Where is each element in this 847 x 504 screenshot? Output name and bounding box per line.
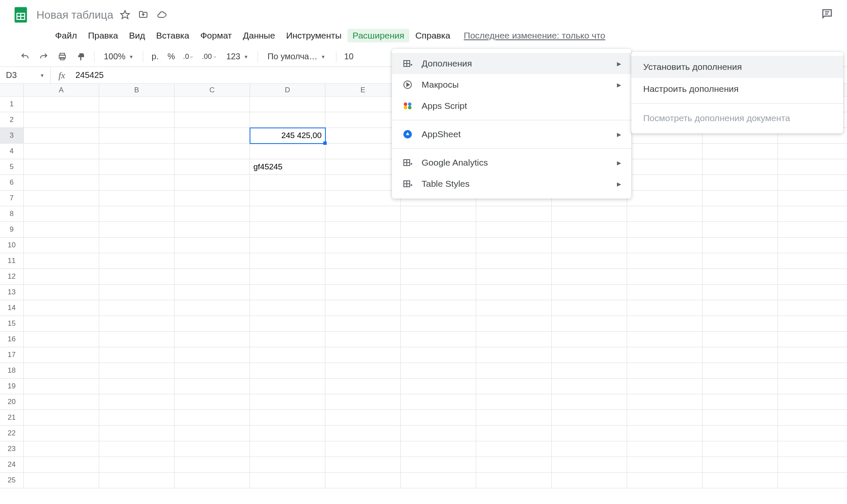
cell-E19[interactable] [325,379,401,394]
cell-K8[interactable] [778,206,847,222]
cell-H12[interactable] [552,269,627,285]
currency-button[interactable]: р. [148,50,162,64]
cell-A20[interactable] [24,394,99,410]
cell-I13[interactable] [627,285,703,300]
cell-E18[interactable] [325,363,401,379]
cell-B3[interactable] [99,128,175,144]
cell-F15[interactable] [401,316,476,332]
cell-A6[interactable] [24,175,99,191]
row-header-8[interactable]: 8 [0,206,24,222]
cell-B12[interactable] [99,269,175,285]
undo-button[interactable] [17,50,33,64]
cell-D22[interactable] [250,426,325,441]
cell-K23[interactable] [778,441,847,457]
cell-B23[interactable] [99,441,175,457]
cell-B13[interactable] [99,285,175,300]
cell-J17[interactable] [703,347,778,363]
cell-A14[interactable] [24,300,99,316]
cell-H23[interactable] [552,441,627,457]
menu-item-appsheet[interactable]: AppSheet▶ [392,124,631,145]
cell-B4[interactable] [99,144,175,159]
number-format-select[interactable]: 123▼ [222,50,253,63]
cell-A3[interactable] [24,128,99,144]
cell-J12[interactable] [703,269,778,285]
cell-J4[interactable] [703,144,778,159]
zoom-select[interactable]: 100%▼ [100,50,138,63]
cell-G20[interactable] [476,394,552,410]
cell-A12[interactable] [24,269,99,285]
cell-I11[interactable] [627,253,703,269]
cell-B19[interactable] [99,379,175,394]
cell-I9[interactable] [627,222,703,238]
cell-E24[interactable] [325,457,401,473]
cell-E21[interactable] [325,410,401,426]
cell-E16[interactable] [325,332,401,347]
cell-I24[interactable] [627,457,703,473]
cell-H13[interactable] [552,285,627,300]
cell-D16[interactable] [250,332,325,347]
cell-H11[interactable] [552,253,627,269]
menu-item-table-styles[interactable]: Table Styles▶ [392,173,631,194]
font-size-input[interactable]: 10 [342,52,356,61]
menu-edit[interactable]: Правка [83,29,123,42]
cell-D21[interactable] [250,410,325,426]
cell-D8[interactable] [250,206,325,222]
cell-B2[interactable] [99,112,175,128]
cell-F24[interactable] [401,457,476,473]
cell-B9[interactable] [99,222,175,238]
cell-C7[interactable] [175,191,250,206]
row-header-14[interactable]: 14 [0,300,24,316]
increase-decimal-button[interactable]: .00→ [199,50,219,64]
row-header-3[interactable]: 3 [0,128,24,144]
cell-E4[interactable] [325,144,401,159]
cell-C16[interactable] [175,332,250,347]
cell-A11[interactable] [24,253,99,269]
cell-E11[interactable] [325,253,401,269]
cell-C8[interactable] [175,206,250,222]
cell-A1[interactable] [24,97,99,112]
cell-A2[interactable] [24,112,99,128]
cell-D4[interactable] [250,144,325,159]
cell-C12[interactable] [175,269,250,285]
cell-E1[interactable] [325,97,401,112]
cell-I7[interactable] [627,191,703,206]
cell-A17[interactable] [24,347,99,363]
cell-J6[interactable] [703,175,778,191]
cell-J21[interactable] [703,410,778,426]
row-header-18[interactable]: 18 [0,363,24,379]
cell-F18[interactable] [401,363,476,379]
cell-K4[interactable] [778,144,847,159]
cell-J8[interactable] [703,206,778,222]
cell-D6[interactable] [250,175,325,191]
cell-B7[interactable] [99,191,175,206]
cell-E17[interactable] [325,347,401,363]
cell-B1[interactable] [99,97,175,112]
cell-K10[interactable] [778,238,847,253]
cell-E5[interactable] [325,159,401,175]
cell-G9[interactable] [476,222,552,238]
cell-J25[interactable] [703,473,778,488]
menu-tools[interactable]: Инструменты [281,29,347,42]
cell-G17[interactable] [476,347,552,363]
cell-I16[interactable] [627,332,703,347]
cell-C24[interactable] [175,457,250,473]
cell-F22[interactable] [401,426,476,441]
cell-G22[interactable] [476,426,552,441]
cell-H19[interactable] [552,379,627,394]
cell-K22[interactable] [778,426,847,441]
cell-K13[interactable] [778,285,847,300]
row-header-15[interactable]: 15 [0,316,24,332]
menu-insert[interactable]: Вставка [151,29,194,42]
cell-C20[interactable] [175,394,250,410]
sheets-logo[interactable] [10,4,31,25]
row-header-11[interactable]: 11 [0,253,24,269]
row-header-2[interactable]: 2 [0,112,24,128]
cell-D15[interactable] [250,316,325,332]
row-header-16[interactable]: 16 [0,332,24,347]
document-title[interactable]: Новая таблица [36,8,113,22]
menu-format[interactable]: Формат [195,29,237,42]
cell-C23[interactable] [175,441,250,457]
row-header-19[interactable]: 19 [0,379,24,394]
cell-F20[interactable] [401,394,476,410]
cell-K20[interactable] [778,394,847,410]
